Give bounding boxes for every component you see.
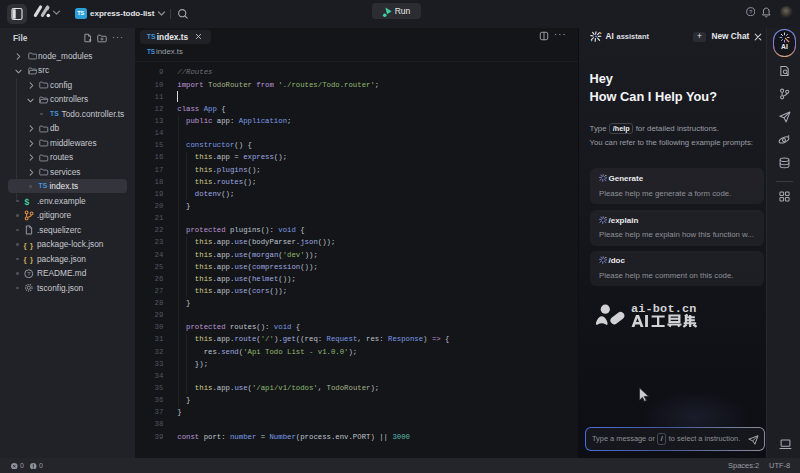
svg-text:?: ? [749, 9, 752, 15]
svg-text:?: ? [27, 271, 30, 277]
